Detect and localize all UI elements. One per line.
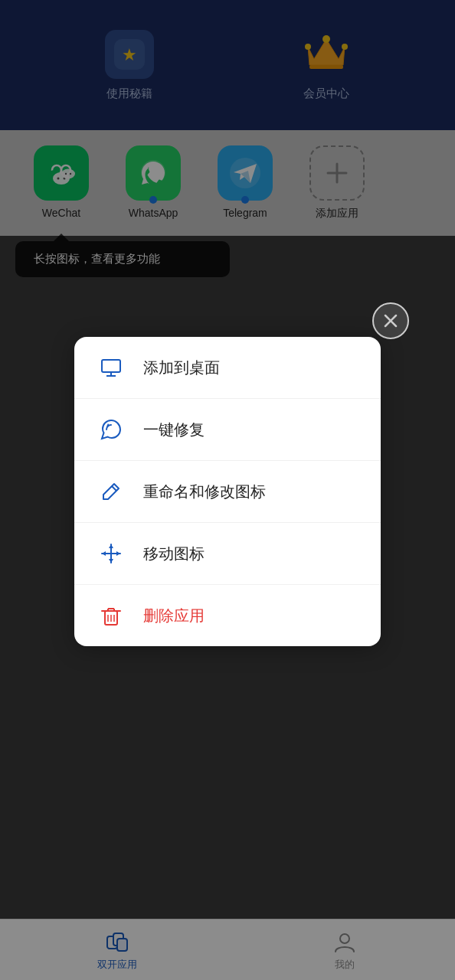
repair-icon xyxy=(97,416,125,443)
svg-line-25 xyxy=(112,486,116,491)
menu-delete-label: 删除应用 xyxy=(143,606,205,626)
svg-marker-29 xyxy=(109,559,113,563)
move-icon xyxy=(97,540,125,567)
trash-icon xyxy=(97,602,125,629)
menu-move-label: 移动图标 xyxy=(143,544,205,564)
menu-one-fix-label: 一键修复 xyxy=(143,420,205,440)
context-menu: 添加到桌面 一键修复 重命名和修改图标 xyxy=(74,337,381,646)
close-button[interactable] xyxy=(372,302,409,339)
menu-add-desktop[interactable]: 添加到桌面 xyxy=(74,337,381,399)
svg-marker-31 xyxy=(116,551,120,556)
menu-rename[interactable]: 重命名和修改图标 xyxy=(74,461,381,523)
svg-marker-30 xyxy=(102,551,106,556)
svg-rect-22 xyxy=(102,360,120,372)
svg-marker-28 xyxy=(109,544,113,548)
menu-delete[interactable]: 删除应用 xyxy=(74,585,381,646)
desktop-icon xyxy=(97,354,125,381)
close-icon xyxy=(382,312,399,329)
menu-rename-label: 重命名和修改图标 xyxy=(143,482,266,502)
menu-add-desktop-label: 添加到桌面 xyxy=(143,358,220,378)
pencil-icon xyxy=(97,478,125,505)
menu-one-fix[interactable]: 一键修复 xyxy=(74,399,381,461)
menu-move[interactable]: 移动图标 xyxy=(74,523,381,585)
